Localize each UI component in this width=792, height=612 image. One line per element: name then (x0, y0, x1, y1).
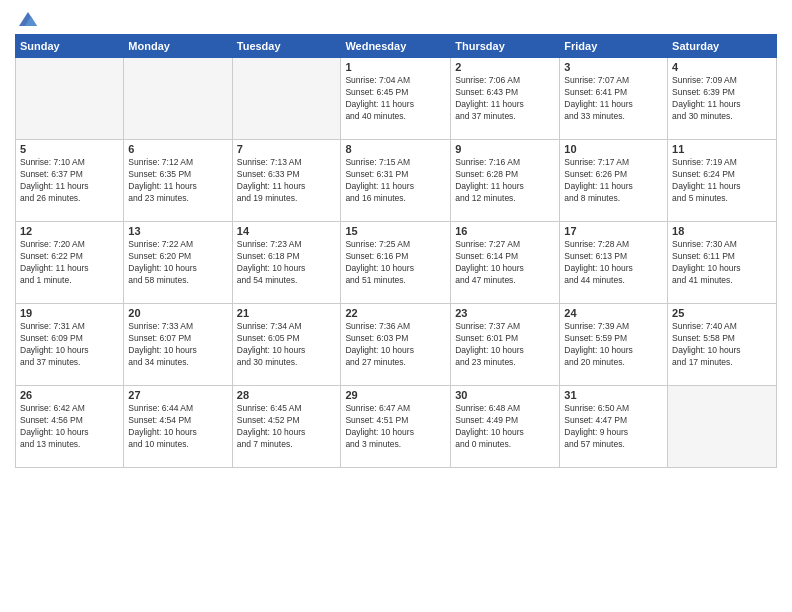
day-number: 10 (564, 143, 663, 155)
day-info: Sunrise: 7:28 AM Sunset: 6:13 PM Dayligh… (564, 239, 663, 287)
calendar-cell: 16Sunrise: 7:27 AM Sunset: 6:14 PM Dayli… (451, 222, 560, 304)
day-number: 6 (128, 143, 227, 155)
day-info: Sunrise: 7:17 AM Sunset: 6:26 PM Dayligh… (564, 157, 663, 205)
calendar-cell: 2Sunrise: 7:06 AM Sunset: 6:43 PM Daylig… (451, 58, 560, 140)
day-number: 29 (345, 389, 446, 401)
calendar-week-3: 12Sunrise: 7:20 AM Sunset: 6:22 PM Dayli… (16, 222, 777, 304)
calendar-cell: 8Sunrise: 7:15 AM Sunset: 6:31 PM Daylig… (341, 140, 451, 222)
calendar-cell: 9Sunrise: 7:16 AM Sunset: 6:28 PM Daylig… (451, 140, 560, 222)
day-number: 21 (237, 307, 337, 319)
day-info: Sunrise: 7:13 AM Sunset: 6:33 PM Dayligh… (237, 157, 337, 205)
calendar-cell: 13Sunrise: 7:22 AM Sunset: 6:20 PM Dayli… (124, 222, 232, 304)
page: SundayMondayTuesdayWednesdayThursdayFrid… (0, 0, 792, 612)
weekday-header-saturday: Saturday (668, 35, 777, 58)
calendar-cell: 12Sunrise: 7:20 AM Sunset: 6:22 PM Dayli… (16, 222, 124, 304)
weekday-header-friday: Friday (560, 35, 668, 58)
day-number: 1 (345, 61, 446, 73)
weekday-header-tuesday: Tuesday (232, 35, 341, 58)
calendar-week-2: 5Sunrise: 7:10 AM Sunset: 6:37 PM Daylig… (16, 140, 777, 222)
day-info: Sunrise: 7:15 AM Sunset: 6:31 PM Dayligh… (345, 157, 446, 205)
calendar-cell: 6Sunrise: 7:12 AM Sunset: 6:35 PM Daylig… (124, 140, 232, 222)
header (15, 10, 777, 28)
day-info: Sunrise: 6:44 AM Sunset: 4:54 PM Dayligh… (128, 403, 227, 451)
calendar-cell: 4Sunrise: 7:09 AM Sunset: 6:39 PM Daylig… (668, 58, 777, 140)
calendar-cell: 3Sunrise: 7:07 AM Sunset: 6:41 PM Daylig… (560, 58, 668, 140)
weekday-header-wednesday: Wednesday (341, 35, 451, 58)
logo-text (15, 10, 39, 28)
calendar-cell: 10Sunrise: 7:17 AM Sunset: 6:26 PM Dayli… (560, 140, 668, 222)
day-info: Sunrise: 7:31 AM Sunset: 6:09 PM Dayligh… (20, 321, 119, 369)
calendar-cell: 28Sunrise: 6:45 AM Sunset: 4:52 PM Dayli… (232, 386, 341, 468)
day-number: 30 (455, 389, 555, 401)
day-number: 22 (345, 307, 446, 319)
day-info: Sunrise: 7:10 AM Sunset: 6:37 PM Dayligh… (20, 157, 119, 205)
weekday-header-thursday: Thursday (451, 35, 560, 58)
calendar-week-1: 1Sunrise: 7:04 AM Sunset: 6:45 PM Daylig… (16, 58, 777, 140)
calendar-cell: 30Sunrise: 6:48 AM Sunset: 4:49 PM Dayli… (451, 386, 560, 468)
calendar-cell (232, 58, 341, 140)
day-number: 15 (345, 225, 446, 237)
day-info: Sunrise: 6:42 AM Sunset: 4:56 PM Dayligh… (20, 403, 119, 451)
day-number: 12 (20, 225, 119, 237)
day-info: Sunrise: 7:20 AM Sunset: 6:22 PM Dayligh… (20, 239, 119, 287)
day-info: Sunrise: 7:34 AM Sunset: 6:05 PM Dayligh… (237, 321, 337, 369)
calendar-cell: 31Sunrise: 6:50 AM Sunset: 4:47 PM Dayli… (560, 386, 668, 468)
day-info: Sunrise: 7:25 AM Sunset: 6:16 PM Dayligh… (345, 239, 446, 287)
day-number: 17 (564, 225, 663, 237)
day-info: Sunrise: 6:48 AM Sunset: 4:49 PM Dayligh… (455, 403, 555, 451)
day-info: Sunrise: 7:27 AM Sunset: 6:14 PM Dayligh… (455, 239, 555, 287)
calendar-table: SundayMondayTuesdayWednesdayThursdayFrid… (15, 34, 777, 468)
calendar-cell: 7Sunrise: 7:13 AM Sunset: 6:33 PM Daylig… (232, 140, 341, 222)
calendar-cell: 20Sunrise: 7:33 AM Sunset: 6:07 PM Dayli… (124, 304, 232, 386)
day-info: Sunrise: 6:47 AM Sunset: 4:51 PM Dayligh… (345, 403, 446, 451)
calendar-week-5: 26Sunrise: 6:42 AM Sunset: 4:56 PM Dayli… (16, 386, 777, 468)
weekday-header-monday: Monday (124, 35, 232, 58)
calendar-cell: 5Sunrise: 7:10 AM Sunset: 6:37 PM Daylig… (16, 140, 124, 222)
logo (15, 10, 39, 28)
calendar-cell: 21Sunrise: 7:34 AM Sunset: 6:05 PM Dayli… (232, 304, 341, 386)
day-info: Sunrise: 7:04 AM Sunset: 6:45 PM Dayligh… (345, 75, 446, 123)
day-info: Sunrise: 6:45 AM Sunset: 4:52 PM Dayligh… (237, 403, 337, 451)
day-number: 23 (455, 307, 555, 319)
day-number: 8 (345, 143, 446, 155)
weekday-header-sunday: Sunday (16, 35, 124, 58)
day-info: Sunrise: 7:37 AM Sunset: 6:01 PM Dayligh… (455, 321, 555, 369)
calendar-cell: 14Sunrise: 7:23 AM Sunset: 6:18 PM Dayli… (232, 222, 341, 304)
day-info: Sunrise: 7:19 AM Sunset: 6:24 PM Dayligh… (672, 157, 772, 205)
day-number: 16 (455, 225, 555, 237)
calendar-cell (124, 58, 232, 140)
day-info: Sunrise: 7:16 AM Sunset: 6:28 PM Dayligh… (455, 157, 555, 205)
day-info: Sunrise: 7:23 AM Sunset: 6:18 PM Dayligh… (237, 239, 337, 287)
day-number: 19 (20, 307, 119, 319)
day-info: Sunrise: 7:40 AM Sunset: 5:58 PM Dayligh… (672, 321, 772, 369)
calendar-cell: 25Sunrise: 7:40 AM Sunset: 5:58 PM Dayli… (668, 304, 777, 386)
calendar-cell: 11Sunrise: 7:19 AM Sunset: 6:24 PM Dayli… (668, 140, 777, 222)
calendar-cell: 29Sunrise: 6:47 AM Sunset: 4:51 PM Dayli… (341, 386, 451, 468)
day-info: Sunrise: 6:50 AM Sunset: 4:47 PM Dayligh… (564, 403, 663, 451)
day-info: Sunrise: 7:33 AM Sunset: 6:07 PM Dayligh… (128, 321, 227, 369)
day-number: 2 (455, 61, 555, 73)
calendar-cell: 18Sunrise: 7:30 AM Sunset: 6:11 PM Dayli… (668, 222, 777, 304)
day-info: Sunrise: 7:12 AM Sunset: 6:35 PM Dayligh… (128, 157, 227, 205)
day-number: 20 (128, 307, 227, 319)
day-number: 26 (20, 389, 119, 401)
day-info: Sunrise: 7:09 AM Sunset: 6:39 PM Dayligh… (672, 75, 772, 123)
logo-icon (17, 10, 39, 28)
day-number: 24 (564, 307, 663, 319)
day-number: 31 (564, 389, 663, 401)
day-number: 28 (237, 389, 337, 401)
calendar-cell: 1Sunrise: 7:04 AM Sunset: 6:45 PM Daylig… (341, 58, 451, 140)
day-info: Sunrise: 7:36 AM Sunset: 6:03 PM Dayligh… (345, 321, 446, 369)
day-info: Sunrise: 7:22 AM Sunset: 6:20 PM Dayligh… (128, 239, 227, 287)
calendar-cell: 24Sunrise: 7:39 AM Sunset: 5:59 PM Dayli… (560, 304, 668, 386)
calendar-cell (16, 58, 124, 140)
day-info: Sunrise: 7:06 AM Sunset: 6:43 PM Dayligh… (455, 75, 555, 123)
calendar-cell: 17Sunrise: 7:28 AM Sunset: 6:13 PM Dayli… (560, 222, 668, 304)
day-number: 25 (672, 307, 772, 319)
calendar-cell: 19Sunrise: 7:31 AM Sunset: 6:09 PM Dayli… (16, 304, 124, 386)
calendar-cell: 23Sunrise: 7:37 AM Sunset: 6:01 PM Dayli… (451, 304, 560, 386)
day-number: 18 (672, 225, 772, 237)
calendar-cell (668, 386, 777, 468)
weekday-header-row: SundayMondayTuesdayWednesdayThursdayFrid… (16, 35, 777, 58)
day-info: Sunrise: 7:30 AM Sunset: 6:11 PM Dayligh… (672, 239, 772, 287)
